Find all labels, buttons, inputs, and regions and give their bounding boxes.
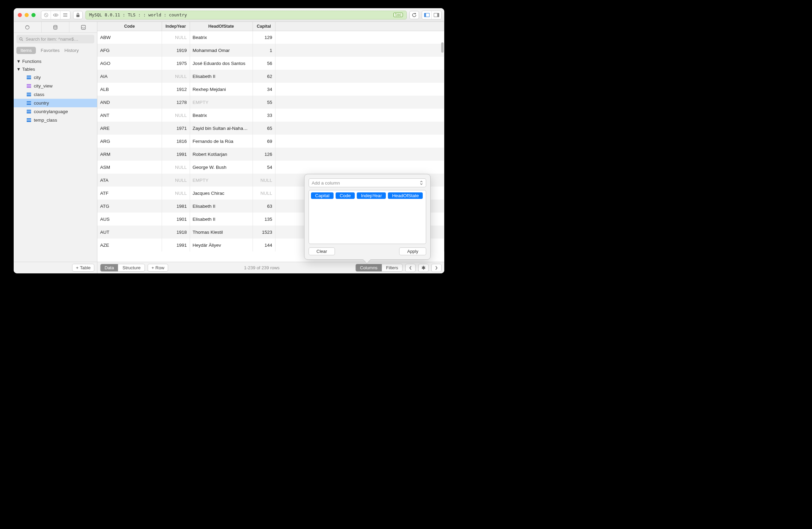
cell[interactable]: 1278 (162, 96, 190, 109)
column-tag[interactable]: HeadOfState (388, 192, 423, 199)
column-tag[interactable]: Capital (311, 192, 334, 199)
cell[interactable]: 1816 (162, 135, 190, 148)
sidebar-item-table[interactable]: class (14, 90, 97, 99)
left-panel-toggle[interactable] (422, 11, 432, 19)
cell[interactable]: 56 (253, 57, 275, 70)
column-header[interactable]: IndepYear (162, 22, 190, 31)
sidebar-tab-items[interactable]: Items (16, 47, 36, 54)
cell[interactable]: AFG (97, 44, 162, 57)
add-table-button[interactable]: + Table (72, 264, 94, 272)
filters-button[interactable]: Filters (382, 264, 402, 271)
cell[interactable]: NULL (162, 109, 190, 122)
stop-button[interactable] (41, 11, 51, 19)
cell[interactable]: Fernando de la Rúa (190, 135, 253, 148)
cell[interactable]: 62 (253, 70, 275, 83)
sidebar-item-table[interactable]: city_view (14, 82, 97, 90)
cell[interactable]: 34 (253, 83, 275, 96)
table-row[interactable]: ASMNULLGeorge W. Bush54 (97, 161, 444, 174)
cell[interactable]: NULL (162, 31, 190, 44)
sidebar-item-table[interactable]: temp_class (14, 116, 97, 124)
cell[interactable]: 33 (253, 109, 275, 122)
cell[interactable]: ABW (97, 31, 162, 44)
cell[interactable]: NULL (162, 174, 190, 187)
cell[interactable]: 1991 (162, 148, 190, 161)
cell[interactable]: 65 (253, 122, 275, 135)
cell[interactable]: NULL (162, 161, 190, 174)
cell[interactable]: Elisabeth II (190, 213, 253, 226)
cell[interactable]: NULL (253, 174, 275, 187)
selected-columns-box[interactable]: CapitalCodeIndepYearHeadOfState (309, 190, 426, 244)
table-row[interactable]: ALB1912Rexhep Mejdani34 (97, 83, 444, 96)
view-mode-structure[interactable]: Structure (118, 264, 145, 271)
clear-button[interactable]: Clear (309, 247, 335, 255)
cell[interactable]: 1 (253, 44, 275, 57)
cell[interactable]: Jacques Chirac (190, 187, 253, 200)
view-mode-data[interactable]: Data (100, 264, 118, 271)
table-row[interactable]: ARG1816Fernando de la Rúa69 (97, 135, 444, 148)
cell[interactable]: Mohammad Omar (190, 44, 253, 57)
table-row[interactable]: AGO1975José Eduardo dos Santos56 (97, 57, 444, 70)
cell[interactable]: AUT (97, 226, 162, 239)
preview-button[interactable] (51, 11, 60, 19)
cell[interactable]: AZE (97, 239, 162, 252)
cell[interactable]: EMPTY (190, 174, 253, 187)
add-column-combo[interactable]: Add a column (309, 178, 426, 187)
cell[interactable]: NULL (162, 187, 190, 200)
minimize-window-button[interactable] (25, 13, 29, 17)
cell[interactable]: 63 (253, 200, 275, 213)
cell[interactable]: Beatrix (190, 31, 253, 44)
column-header[interactable]: HeadOfState (190, 22, 253, 31)
table-row[interactable]: ANTNULLBeatrix33 (97, 109, 444, 122)
cell[interactable]: Zayid bin Sultan al-Nahayan (190, 122, 253, 135)
cell[interactable]: AIA (97, 70, 162, 83)
cell[interactable]: 1919 (162, 44, 190, 57)
columns-button[interactable]: Columns (356, 264, 382, 271)
table-row[interactable]: AND1278EMPTY55 (97, 96, 444, 109)
cell[interactable]: 1981 (162, 200, 190, 213)
sidebar-item-table[interactable]: country (14, 99, 97, 107)
column-header[interactable]: Code (97, 22, 162, 31)
cell[interactable]: ANT (97, 109, 162, 122)
next-page-button[interactable] (431, 264, 442, 272)
connection-bar[interactable]: MySQL 8.0.11 : TLS : : world : country l… (85, 11, 407, 19)
cell[interactable]: Thomas Klestil (190, 226, 253, 239)
sidebar-item-table[interactable]: countrylanguage (14, 107, 97, 116)
cell[interactable]: 1523 (253, 226, 275, 239)
cell[interactable]: ALB (97, 83, 162, 96)
settings-button[interactable]: ✱ (418, 264, 429, 272)
cell[interactable]: ASM (97, 161, 162, 174)
sidebar-tab-favorites[interactable]: Favorites (41, 48, 60, 53)
cell[interactable]: ATF (97, 187, 162, 200)
cell[interactable]: Elisabeth II (190, 70, 253, 83)
table-row[interactable]: ARE1971Zayid bin Sultan al-Nahayan65 (97, 122, 444, 135)
right-panel-toggle[interactable] (432, 11, 441, 19)
table-row[interactable]: AFG1919Mohammad Omar1 (97, 44, 444, 57)
sidebar-item-table[interactable]: city (14, 73, 97, 82)
sidebar-view-sql[interactable]: SQL (69, 22, 97, 32)
cell[interactable]: ARM (97, 148, 162, 161)
column-header[interactable]: Capital (253, 22, 275, 31)
cell[interactable]: 1918 (162, 226, 190, 239)
apply-button[interactable]: Apply (399, 247, 426, 255)
prev-page-button[interactable] (405, 264, 416, 272)
lock-button[interactable] (73, 11, 83, 19)
cell[interactable]: 1901 (162, 213, 190, 226)
cell[interactable]: ATA (97, 174, 162, 187)
cell[interactable]: Heydär Äliyev (190, 239, 253, 252)
scrollbar-thumb[interactable] (441, 42, 444, 53)
cell[interactable]: AGO (97, 57, 162, 70)
cell[interactable]: 55 (253, 96, 275, 109)
list-toggle-button[interactable] (60, 11, 70, 19)
cell[interactable]: Elisabeth II (190, 200, 253, 213)
cell[interactable]: 54 (253, 161, 275, 174)
reload-button[interactable] (409, 11, 419, 19)
cell[interactable]: José Eduardo dos Santos (190, 57, 253, 70)
cell[interactable]: NULL (162, 70, 190, 83)
cell[interactable]: AND (97, 96, 162, 109)
cell[interactable]: EMPTY (190, 96, 253, 109)
cell[interactable]: 126 (253, 148, 275, 161)
cell[interactable]: NULL (253, 187, 275, 200)
cell[interactable]: Robert Kotšarjan (190, 148, 253, 161)
table-row[interactable]: ARM1991Robert Kotšarjan126 (97, 148, 444, 161)
cell[interactable]: 135 (253, 213, 275, 226)
